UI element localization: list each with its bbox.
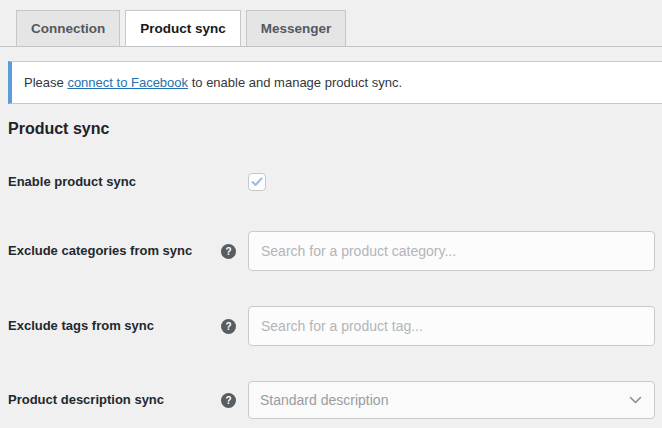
row-enable-product-sync: Enable product sync [8,173,662,191]
tab-product-sync[interactable]: Product sync [125,10,241,46]
exclude-categories-input[interactable] [248,231,655,271]
exclude-tags-label: Exclude tags from sync [8,318,154,334]
notice-text-after: to enable and manage product sync. [188,75,402,90]
enable-product-sync-checkbox[interactable] [248,173,266,191]
notice-text-before: Please [24,75,67,90]
exclude-categories-label: Exclude categories from sync [8,243,192,259]
selected-option-label: Standard description [260,392,388,408]
row-exclude-categories: Exclude categories from sync ? [8,231,662,271]
product-description-sync-select[interactable]: Standard description [248,381,655,419]
help-icon[interactable]: ? [221,319,236,334]
tab-messenger[interactable]: Messenger [246,10,347,46]
row-product-description-sync: Product description sync ? Standard desc… [8,381,662,419]
chevron-down-icon [629,396,642,404]
settings-tab-bar: Connection Product sync Messenger [0,0,662,47]
help-icon[interactable]: ? [221,244,236,259]
enable-product-sync-label: Enable product sync [8,174,136,190]
exclude-tags-input[interactable] [248,306,655,346]
help-icon[interactable]: ? [221,393,236,408]
tab-connection[interactable]: Connection [16,10,120,46]
checkmark-icon [251,177,263,187]
row-exclude-tags: Exclude tags from sync ? [8,306,662,346]
connect-to-facebook-link[interactable]: connect to Facebook [67,75,188,90]
connect-notice: Please connect to Facebook to enable and… [8,61,662,104]
page-title: Product sync [8,119,654,139]
product-description-sync-label: Product description sync [8,392,164,408]
